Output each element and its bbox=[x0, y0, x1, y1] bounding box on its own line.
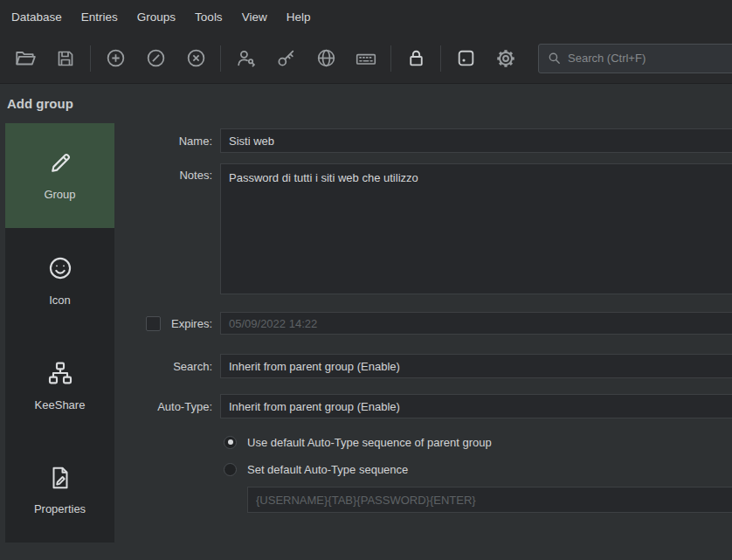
copy-url-icon bbox=[315, 47, 337, 69]
entry-delete-icon bbox=[185, 47, 207, 69]
name-input[interactable] bbox=[220, 128, 732, 153]
entry-edit-button[interactable] bbox=[135, 40, 176, 77]
entry-add-button[interactable] bbox=[95, 40, 135, 77]
page-title: Add group bbox=[7, 96, 732, 111]
password-generator-button[interactable] bbox=[445, 40, 486, 77]
menu-help[interactable]: Help bbox=[277, 0, 321, 33]
expires-label: Expires: bbox=[171, 317, 212, 330]
toolbar-separator bbox=[90, 45, 91, 72]
autotype-sequence-input[interactable] bbox=[247, 487, 732, 513]
use-default-sequence-label: Use default Auto-Type sequence of parent… bbox=[247, 436, 492, 449]
toolbar bbox=[0, 33, 732, 84]
search-row: Search: Inherit from parent group (Enabl… bbox=[114, 354, 732, 378]
sidebar-item-label: Properties bbox=[34, 502, 86, 515]
sidebar-item-properties[interactable]: Properties bbox=[5, 438, 114, 543]
toolbar-separator bbox=[440, 45, 441, 72]
copy-password-icon bbox=[275, 47, 297, 69]
toolbar-separator bbox=[220, 45, 221, 72]
expires-row: Expires: bbox=[114, 312, 732, 335]
expires-checkbox[interactable] bbox=[146, 316, 161, 331]
expires-datetime-input[interactable] bbox=[220, 312, 732, 335]
set-default-sequence-label: Set default Auto-Type sequence bbox=[247, 463, 408, 476]
menu-bar: Database Entries Groups Tools View Help bbox=[0, 0, 732, 33]
open-database-icon bbox=[14, 47, 37, 70]
lock-icon bbox=[405, 47, 427, 69]
sidebar-item-keeshare[interactable]: KeeShare bbox=[5, 333, 114, 438]
entry-edit-icon bbox=[145, 47, 167, 69]
search-icon bbox=[547, 51, 562, 66]
add-group-panel: Group Icon KeeSh bbox=[0, 123, 732, 543]
group-form: Name: Notes: Password di tutti i siti we… bbox=[114, 123, 732, 543]
smiley-icon bbox=[46, 254, 74, 282]
notes-row: Notes: Password di tutti i siti web che … bbox=[114, 163, 732, 294]
autotype-button[interactable] bbox=[346, 40, 386, 77]
search-label: Search: bbox=[173, 360, 212, 373]
use-default-sequence-row: Use default Auto-Type sequence of parent… bbox=[224, 432, 732, 452]
menu-view[interactable]: View bbox=[232, 0, 277, 33]
set-default-sequence-row: Set default Auto-Type sequence bbox=[224, 460, 732, 479]
autotype-icon bbox=[355, 47, 377, 70]
toolbar-search bbox=[538, 44, 732, 73]
set-default-sequence-radio[interactable] bbox=[224, 463, 237, 476]
copy-username-button[interactable] bbox=[225, 40, 266, 77]
copy-url-button[interactable] bbox=[306, 40, 346, 77]
autotype-row: Auto-Type: Inherit from parent group (En… bbox=[114, 394, 732, 418]
sidebar-item-group[interactable]: Group bbox=[5, 123, 114, 228]
toolbar-separator bbox=[390, 45, 391, 72]
autotype-label: Auto-Type: bbox=[157, 400, 212, 413]
notes-label: Notes: bbox=[179, 169, 212, 182]
notes-textarea[interactable]: Password di tutti i siti web che utilizz… bbox=[220, 163, 732, 294]
lock-databases-button[interactable] bbox=[396, 40, 436, 77]
sequence-row bbox=[247, 487, 732, 513]
menu-groups[interactable]: Groups bbox=[128, 0, 185, 33]
name-row: Name: bbox=[114, 128, 732, 153]
entry-delete-button[interactable] bbox=[176, 40, 216, 77]
settings-button[interactable] bbox=[486, 40, 526, 77]
copy-password-button[interactable] bbox=[266, 40, 306, 77]
sidebar-item-label: Group bbox=[44, 188, 75, 201]
pencil-icon bbox=[47, 150, 73, 176]
open-database-button[interactable] bbox=[5, 40, 45, 77]
name-label: Name: bbox=[179, 135, 212, 148]
share-icon bbox=[46, 359, 74, 387]
settings-gear-icon bbox=[494, 47, 517, 70]
sidebar-item-icon[interactable]: Icon bbox=[5, 228, 114, 333]
menu-tools[interactable]: Tools bbox=[185, 0, 232, 33]
autotype-inherit-dropdown[interactable]: Inherit from parent group (Enable) bbox=[220, 394, 732, 418]
document-edit-icon bbox=[47, 465, 73, 491]
sidebar-item-label: KeeShare bbox=[35, 398, 86, 411]
use-default-sequence-radio[interactable] bbox=[224, 436, 237, 449]
search-input[interactable] bbox=[568, 52, 727, 65]
save-database-button[interactable] bbox=[45, 40, 86, 77]
password-generator-icon bbox=[455, 47, 477, 69]
category-sidebar: Group Icon KeeSh bbox=[5, 123, 114, 543]
save-database-icon bbox=[55, 48, 76, 69]
copy-username-icon bbox=[235, 47, 257, 69]
sidebar-item-label: Icon bbox=[49, 294, 71, 307]
menu-entries[interactable]: Entries bbox=[72, 0, 128, 33]
entry-add-icon bbox=[105, 47, 127, 69]
menu-database[interactable]: Database bbox=[2, 0, 72, 33]
search-inherit-dropdown[interactable]: Inherit from parent group (Enable) bbox=[220, 354, 732, 378]
